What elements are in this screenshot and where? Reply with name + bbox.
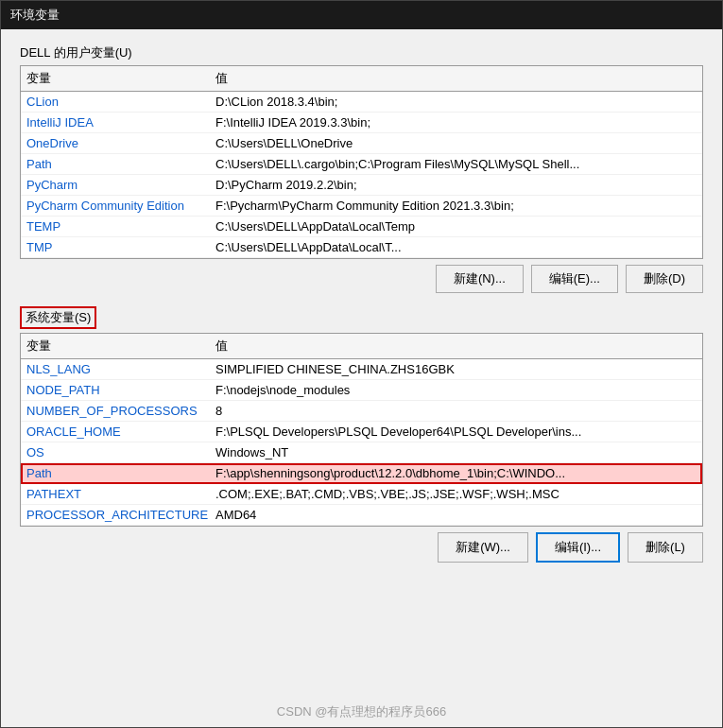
system-variables-section: 系统变量(S) 变量 值 NLS_LANG SIMPLIFIED CHINESE… bbox=[20, 306, 703, 564]
row-value: 8 bbox=[215, 404, 697, 418]
row-name: IntelliJ IDEA bbox=[26, 115, 215, 130]
system-variables-table: 变量 值 NLS_LANG SIMPLIFIED CHINESE_CHINA.Z… bbox=[20, 333, 703, 527]
system-edit-button[interactable]: 编辑(I)... bbox=[536, 532, 620, 563]
row-value: C:\Users\DELL\AppData\Local\T... bbox=[215, 240, 697, 254]
row-value: AMD64 bbox=[215, 508, 697, 522]
title-bar: 环境变量 bbox=[1, 1, 722, 29]
system-col-value-header: 值 bbox=[215, 338, 697, 355]
user-col-name-header: 变量 bbox=[26, 70, 215, 87]
table-row[interactable]: TEMP C:\Users\DELL\AppData\Local\Temp bbox=[21, 217, 702, 237]
user-variables-section: DELL 的用户变量(U) 变量 值 CLion D:\CLion 2018.3… bbox=[20, 44, 703, 295]
row-name: NLS_LANG bbox=[26, 362, 215, 376]
table-row[interactable]: PATHEXT .COM;.EXE;.BAT;.CMD;.VBS;.VBE;.J… bbox=[21, 484, 702, 505]
environment-variables-window: 环境变量 DELL 的用户变量(U) 变量 值 CLion D:\CLion 2… bbox=[0, 0, 723, 728]
row-name: PyCharm Community Edition bbox=[26, 199, 215, 213]
row-name: Path bbox=[26, 157, 215, 171]
row-name: PyCharm bbox=[26, 178, 215, 192]
row-value: D:\PyCharm 2019.2.2\bin; bbox=[215, 178, 697, 192]
row-name: ORACLE_HOME bbox=[26, 425, 215, 439]
row-name: OneDrive bbox=[26, 136, 215, 150]
row-value: C:\Users\DELL\.cargo\bin;C:\Program File… bbox=[215, 157, 697, 171]
row-name: PATHEXT bbox=[26, 487, 215, 501]
row-value: C:\Users\DELL\AppData\Local\Temp bbox=[215, 219, 697, 234]
table-row[interactable]: TMP C:\Users\DELL\AppData\Local\T... bbox=[21, 237, 702, 258]
system-table-body[interactable]: NLS_LANG SIMPLIFIED CHINESE_CHINA.ZHS16G… bbox=[21, 359, 702, 526]
table-row[interactable]: NLS_LANG SIMPLIFIED CHINESE_CHINA.ZHS16G… bbox=[21, 359, 702, 380]
row-value: F:\app\shenningsong\product\12.2.0\dbhom… bbox=[215, 466, 697, 480]
system-col-name-header: 变量 bbox=[26, 338, 215, 355]
user-btn-row: 新建(N)... 编辑(E)... 删除(D) bbox=[20, 259, 703, 295]
row-value: F:\nodejs\node_modules bbox=[215, 383, 697, 397]
table-row[interactable]: CLion D:\CLion 2018.3.4\bin; bbox=[21, 92, 702, 113]
row-value: F:\PLSQL Developers\PLSQL Developer64\PL… bbox=[215, 425, 697, 439]
system-table-header: 变量 值 bbox=[21, 334, 702, 359]
user-col-value-header: 值 bbox=[215, 70, 697, 87]
table-row[interactable]: NUMBER_OF_PROCESSORS 8 bbox=[21, 401, 702, 422]
table-row[interactable]: IntelliJ IDEA F:\IntelliJ IDEA 2019.3.3\… bbox=[21, 113, 702, 133]
row-value: .COM;.EXE;.BAT;.CMD;.VBS;.VBE;.JS;.JSE;.… bbox=[215, 487, 697, 501]
row-name: TEMP bbox=[26, 219, 215, 234]
table-row[interactable]: PROCESSOR_ARCHITECTURE AMD64 bbox=[21, 505, 702, 526]
user-variables-table: 变量 值 CLion D:\CLion 2018.3.4\bin; Intell… bbox=[20, 65, 703, 259]
row-name: OS bbox=[26, 445, 215, 459]
row-value: Windows_NT bbox=[215, 445, 697, 459]
table-row[interactable]: Path C:\Users\DELL\.cargo\bin;C:\Program… bbox=[21, 154, 702, 175]
system-btn-row: 新建(W)... 编辑(I)... 删除(L) bbox=[20, 527, 703, 564]
system-delete-button[interactable]: 删除(L) bbox=[628, 532, 703, 563]
system-new-button[interactable]: 新建(W)... bbox=[438, 532, 528, 563]
table-row[interactable]: PyCharm Community Edition F:\Pycharm\PyC… bbox=[21, 196, 702, 217]
row-value: SIMPLIFIED CHINESE_CHINA.ZHS16GBK bbox=[215, 362, 697, 376]
row-value: D:\CLion 2018.3.4\bin; bbox=[215, 95, 697, 109]
table-row[interactable]: NODE_PATH F:\nodejs\node_modules bbox=[21, 380, 702, 401]
row-name: Path bbox=[26, 466, 215, 480]
user-table-body[interactable]: CLion D:\CLion 2018.3.4\bin; IntelliJ ID… bbox=[21, 92, 702, 258]
row-name: NUMBER_OF_PROCESSORS bbox=[26, 404, 215, 418]
row-name: TMP bbox=[26, 240, 215, 254]
row-name: PROCESSOR_ARCHITECTURE bbox=[26, 508, 215, 522]
user-new-button[interactable]: 新建(N)... bbox=[436, 265, 524, 293]
row-value: C:\Users\DELL\OneDrive bbox=[215, 136, 697, 150]
table-row[interactable]: ORACLE_HOME F:\PLSQL Developers\PLSQL De… bbox=[21, 422, 702, 442]
user-edit-button[interactable]: 编辑(E)... bbox=[531, 265, 618, 293]
table-row[interactable]: OS Windows_NT bbox=[21, 442, 702, 463]
user-table-header: 变量 值 bbox=[21, 66, 702, 92]
content-area: DELL 的用户变量(U) 变量 值 CLion D:\CLion 2018.3… bbox=[1, 29, 722, 727]
user-section-label: DELL 的用户变量(U) bbox=[20, 44, 703, 61]
system-section-label: 系统变量(S) bbox=[20, 306, 96, 329]
row-name: CLion bbox=[26, 95, 215, 109]
table-row[interactable]: OneDrive C:\Users\DELL\OneDrive bbox=[21, 133, 702, 154]
table-row[interactable]: Path F:\app\shenningsong\product\12.2.0\… bbox=[21, 463, 702, 484]
user-delete-button[interactable]: 删除(D) bbox=[626, 265, 703, 293]
row-name: NODE_PATH bbox=[26, 383, 215, 397]
window-title: 环境变量 bbox=[10, 7, 60, 24]
table-row[interactable]: PyCharm D:\PyCharm 2019.2.2\bin; bbox=[21, 175, 702, 196]
row-value: F:\Pycharm\PyCharm Community Edition 202… bbox=[215, 199, 697, 213]
row-value: F:\IntelliJ IDEA 2019.3.3\bin; bbox=[215, 115, 697, 130]
